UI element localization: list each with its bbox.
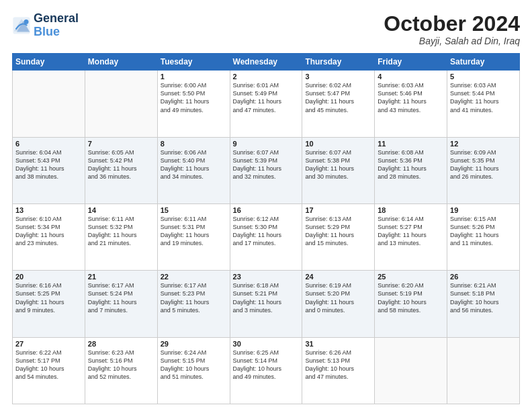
day-info: Sunrise: 6:19 AM Sunset: 5:20 PM Dayligh… xyxy=(305,281,371,314)
title-block: October 2024 Bayji, Salah ad Din, Iraq xyxy=(384,12,520,46)
day-number: 21 xyxy=(88,273,154,281)
day-number: 9 xyxy=(233,140,300,148)
day-number: 22 xyxy=(161,273,227,281)
calendar-cell: 23Sunrise: 6:18 AM Sunset: 5:21 PM Dayli… xyxy=(230,271,302,337)
header: General Blue October 2024 Bayji, Salah a… xyxy=(12,12,520,46)
calendar-cell: 28Sunrise: 6:23 AM Sunset: 5:16 PM Dayli… xyxy=(85,337,157,404)
day-number: 16 xyxy=(233,206,300,214)
day-info: Sunrise: 6:16 AM Sunset: 5:25 PM Dayligh… xyxy=(15,281,82,314)
calendar-cell: 14Sunrise: 6:11 AM Sunset: 5:32 PM Dayli… xyxy=(85,203,157,270)
svg-point-3 xyxy=(24,19,29,24)
day-info: Sunrise: 6:08 AM Sunset: 5:36 PM Dayligh… xyxy=(378,148,444,181)
page: General Blue October 2024 Bayji, Salah a… xyxy=(0,0,532,411)
day-info: Sunrise: 6:13 AM Sunset: 5:29 PM Dayligh… xyxy=(305,215,371,248)
calendar-cell: 30Sunrise: 6:25 AM Sunset: 5:14 PM Dayli… xyxy=(230,337,302,404)
day-number: 8 xyxy=(161,140,227,148)
calendar-cell: 7Sunrise: 6:05 AM Sunset: 5:42 PM Daylig… xyxy=(85,137,157,203)
day-info: Sunrise: 6:01 AM Sunset: 5:49 PM Dayligh… xyxy=(233,81,300,114)
calendar-cell: 11Sunrise: 6:08 AM Sunset: 5:36 PM Dayli… xyxy=(375,137,447,203)
day-info: Sunrise: 6:17 AM Sunset: 5:23 PM Dayligh… xyxy=(161,281,227,314)
day-info: Sunrise: 6:12 AM Sunset: 5:30 PM Dayligh… xyxy=(233,215,300,248)
logo-icon xyxy=(12,16,31,35)
calendar-cell: 22Sunrise: 6:17 AM Sunset: 5:23 PM Dayli… xyxy=(157,271,230,337)
calendar-cell xyxy=(447,337,520,404)
day-info: Sunrise: 6:00 AM Sunset: 5:50 PM Dayligh… xyxy=(161,81,227,114)
month-title: October 2024 xyxy=(384,12,520,36)
day-number: 31 xyxy=(305,340,371,348)
calendar-week-row: 13Sunrise: 6:10 AM Sunset: 5:34 PM Dayli… xyxy=(13,203,520,270)
day-info: Sunrise: 6:03 AM Sunset: 5:46 PM Dayligh… xyxy=(378,81,444,114)
calendar-cell: 17Sunrise: 6:13 AM Sunset: 5:29 PM Dayli… xyxy=(302,203,375,270)
calendar-cell: 2Sunrise: 6:01 AM Sunset: 5:49 PM Daylig… xyxy=(230,71,302,137)
calendar-cell: 8Sunrise: 6:06 AM Sunset: 5:40 PM Daylig… xyxy=(157,137,230,203)
calendar-cell: 24Sunrise: 6:19 AM Sunset: 5:20 PM Dayli… xyxy=(302,271,375,337)
day-info: Sunrise: 6:05 AM Sunset: 5:42 PM Dayligh… xyxy=(88,148,154,181)
day-info: Sunrise: 6:06 AM Sunset: 5:40 PM Dayligh… xyxy=(161,148,227,181)
day-number: 27 xyxy=(15,340,82,348)
calendar-cell: 25Sunrise: 6:20 AM Sunset: 5:19 PM Dayli… xyxy=(375,271,447,337)
calendar-cell: 27Sunrise: 6:22 AM Sunset: 5:17 PM Dayli… xyxy=(13,337,85,404)
day-number: 29 xyxy=(161,340,227,348)
logo: General Blue xyxy=(12,12,79,39)
calendar-cell: 21Sunrise: 6:17 AM Sunset: 5:24 PM Dayli… xyxy=(85,271,157,337)
calendar-week-row: 6Sunrise: 6:04 AM Sunset: 5:43 PM Daylig… xyxy=(13,137,520,203)
calendar-cell: 19Sunrise: 6:15 AM Sunset: 5:26 PM Dayli… xyxy=(447,203,520,270)
day-number: 6 xyxy=(15,140,82,148)
calendar-header-sunday: Sunday xyxy=(13,54,85,71)
day-info: Sunrise: 6:17 AM Sunset: 5:24 PM Dayligh… xyxy=(88,281,154,314)
calendar-cell: 4Sunrise: 6:03 AM Sunset: 5:46 PM Daylig… xyxy=(375,71,447,137)
day-number: 24 xyxy=(305,273,371,281)
day-number: 10 xyxy=(305,140,371,148)
calendar-cell: 1Sunrise: 6:00 AM Sunset: 5:50 PM Daylig… xyxy=(157,71,230,137)
day-number: 20 xyxy=(15,273,82,281)
calendar-cell: 20Sunrise: 6:16 AM Sunset: 5:25 PM Dayli… xyxy=(13,271,85,337)
calendar-cell: 31Sunrise: 6:26 AM Sunset: 5:13 PM Dayli… xyxy=(302,337,375,404)
day-info: Sunrise: 6:15 AM Sunset: 5:26 PM Dayligh… xyxy=(450,215,517,248)
calendar-cell: 6Sunrise: 6:04 AM Sunset: 5:43 PM Daylig… xyxy=(13,137,85,203)
day-number: 26 xyxy=(450,273,517,281)
calendar-header-saturday: Saturday xyxy=(447,54,520,71)
calendar-header-wednesday: Wednesday xyxy=(230,54,302,71)
day-number: 1 xyxy=(161,73,227,81)
day-number: 13 xyxy=(15,206,82,214)
day-number: 7 xyxy=(88,140,154,148)
calendar-cell xyxy=(375,337,447,404)
day-info: Sunrise: 6:18 AM Sunset: 5:21 PM Dayligh… xyxy=(233,281,300,314)
calendar-cell: 5Sunrise: 6:03 AM Sunset: 5:44 PM Daylig… xyxy=(447,71,520,137)
day-number: 19 xyxy=(450,206,517,214)
day-info: Sunrise: 6:21 AM Sunset: 5:18 PM Dayligh… xyxy=(450,281,517,314)
day-number: 28 xyxy=(88,340,154,348)
calendar-header-friday: Friday xyxy=(375,54,447,71)
day-info: Sunrise: 6:11 AM Sunset: 5:32 PM Dayligh… xyxy=(88,215,154,248)
day-number: 25 xyxy=(378,273,444,281)
day-info: Sunrise: 6:20 AM Sunset: 5:19 PM Dayligh… xyxy=(378,281,444,314)
day-info: Sunrise: 6:26 AM Sunset: 5:13 PM Dayligh… xyxy=(305,349,371,381)
day-info: Sunrise: 6:04 AM Sunset: 5:43 PM Dayligh… xyxy=(15,148,82,181)
day-info: Sunrise: 6:25 AM Sunset: 5:14 PM Dayligh… xyxy=(233,349,300,381)
calendar-cell: 10Sunrise: 6:07 AM Sunset: 5:38 PM Dayli… xyxy=(302,137,375,203)
calendar-week-row: 20Sunrise: 6:16 AM Sunset: 5:25 PM Dayli… xyxy=(13,271,520,337)
day-info: Sunrise: 6:03 AM Sunset: 5:44 PM Dayligh… xyxy=(450,81,517,114)
calendar-week-row: 1Sunrise: 6:00 AM Sunset: 5:50 PM Daylig… xyxy=(13,71,520,137)
day-info: Sunrise: 6:23 AM Sunset: 5:16 PM Dayligh… xyxy=(88,349,154,381)
day-number: 5 xyxy=(450,73,517,81)
calendar-cell: 26Sunrise: 6:21 AM Sunset: 5:18 PM Dayli… xyxy=(447,271,520,337)
calendar-cell xyxy=(85,71,157,137)
location: Bayji, Salah ad Din, Iraq xyxy=(384,36,520,46)
calendar-cell: 15Sunrise: 6:11 AM Sunset: 5:31 PM Dayli… xyxy=(157,203,230,270)
day-number: 3 xyxy=(305,73,371,81)
day-number: 18 xyxy=(378,206,444,214)
calendar-cell: 18Sunrise: 6:14 AM Sunset: 5:27 PM Dayli… xyxy=(375,203,447,270)
day-number: 30 xyxy=(233,340,300,348)
calendar-cell: 3Sunrise: 6:02 AM Sunset: 5:47 PM Daylig… xyxy=(302,71,375,137)
calendar-cell: 29Sunrise: 6:24 AM Sunset: 5:15 PM Dayli… xyxy=(157,337,230,404)
day-number: 15 xyxy=(161,206,227,214)
day-info: Sunrise: 6:09 AM Sunset: 5:35 PM Dayligh… xyxy=(450,148,517,181)
day-info: Sunrise: 6:14 AM Sunset: 5:27 PM Dayligh… xyxy=(378,215,444,248)
calendar-cell: 16Sunrise: 6:12 AM Sunset: 5:30 PM Dayli… xyxy=(230,203,302,270)
day-info: Sunrise: 6:07 AM Sunset: 5:38 PM Dayligh… xyxy=(305,148,371,181)
day-number: 17 xyxy=(305,206,371,214)
day-number: 14 xyxy=(88,206,154,214)
calendar-cell: 9Sunrise: 6:07 AM Sunset: 5:39 PM Daylig… xyxy=(230,137,302,203)
day-number: 23 xyxy=(233,273,300,281)
